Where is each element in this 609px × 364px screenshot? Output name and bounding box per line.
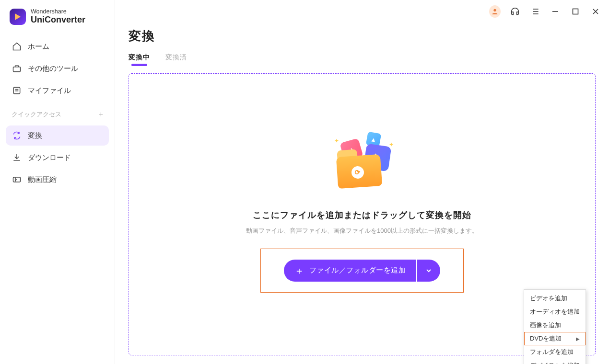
- list-icon: [530, 7, 540, 16]
- add-files-dropdown-button[interactable]: [417, 260, 440, 282]
- add-button-label: ファイル／フォルダーを追加: [309, 266, 406, 275]
- add-files-button[interactable]: ＋ ファイル／フォルダーを追加: [284, 260, 416, 282]
- menu-item-add-from-device[interactable]: デバイスから追加: [524, 359, 586, 364]
- maximize-button[interactable]: [570, 6, 581, 17]
- add-quick-access-button[interactable]: +: [99, 110, 103, 119]
- close-button[interactable]: [590, 6, 601, 17]
- add-button-highlight: ＋ ファイル／フォルダーを追加: [260, 249, 464, 293]
- files-icon: [12, 85, 22, 96]
- svg-rect-0: [13, 67, 21, 72]
- sparkle-icon: ✦: [389, 141, 394, 148]
- tab-converting[interactable]: 変換中: [129, 53, 150, 65]
- download-icon: [12, 152, 22, 163]
- menu-item-label: デバイスから追加: [530, 361, 580, 364]
- convert-icon: [12, 130, 22, 141]
- svg-rect-4: [573, 9, 578, 14]
- maximize-icon: [572, 8, 579, 15]
- tabs: 変換中 変換済: [129, 53, 596, 65]
- toolbox-icon: [12, 63, 22, 74]
- minimize-icon: [551, 8, 559, 15]
- titlebar: [115, 0, 609, 19]
- menu-item-label: フォルダを追加: [530, 348, 574, 356]
- avatar-icon: [489, 5, 501, 18]
- tab-label: 変換済: [165, 53, 187, 61]
- quick-access-nav: 変換 ダウンロード 動画圧縮: [0, 123, 115, 193]
- compress-icon: [12, 174, 22, 185]
- quick-access-header: クイックアクセス +: [0, 103, 115, 123]
- sidebar-item-home[interactable]: ホーム: [6, 36, 109, 57]
- home-icon: [12, 41, 22, 52]
- submenu-arrow-icon: ▶: [576, 336, 580, 341]
- sidebar-item-convert[interactable]: 変換: [6, 125, 109, 146]
- sidebar-item-download[interactable]: ダウンロード: [6, 148, 109, 168]
- tab-label: 変換中: [129, 53, 150, 61]
- add-button-group: ＋ ファイル／フォルダーを追加: [284, 260, 440, 282]
- account-button[interactable]: [489, 6, 501, 17]
- sidebar-item-other-tools[interactable]: その他のツール: [6, 58, 109, 79]
- menu-item-add-dvd[interactable]: DVDを追加 ▶: [524, 332, 586, 345]
- dropzone-subtext: 動画ファイル、音声ファイル、画像ファイルを1000以上の形式に一括変換します。: [246, 227, 478, 235]
- sidebar-item-label: 変換: [28, 131, 42, 140]
- headset-icon: [510, 6, 520, 17]
- menu-item-label: DVDを追加: [530, 334, 562, 343]
- sidebar-nav: ホーム その他のツール マイファイル: [0, 34, 115, 103]
- sidebar-item-label: その他のツール: [28, 64, 78, 73]
- brand-company: Wondershare: [31, 9, 85, 15]
- sidebar-item-label: 動画圧縮: [28, 175, 57, 184]
- add-type-menu: ビデオを追加 オーディオを追加 画像を追加 DVDを追加 ▶ フォルダを追加 デ…: [524, 289, 586, 364]
- brand-product: UniConverter: [31, 15, 85, 25]
- tab-converted[interactable]: 変換済: [165, 53, 187, 65]
- menu-item-add-video[interactable]: ビデオを追加: [524, 292, 586, 305]
- logo-badge-icon: [10, 9, 26, 25]
- menu-item-label: オーディオを追加: [530, 307, 580, 316]
- sidebar: Wondershare UniConverter ホーム その他のツール: [0, 0, 115, 364]
- menu-item-label: ビデオを追加: [530, 294, 567, 303]
- sparkle-icon: ✦: [334, 137, 339, 144]
- sidebar-item-compress[interactable]: 動画圧縮: [6, 170, 109, 190]
- sidebar-item-label: ホーム: [28, 42, 49, 51]
- menu-item-label: 画像を追加: [530, 321, 561, 330]
- dropzone-illustration: ✦ ▲ ♪ ⟳ ✦: [333, 136, 391, 194]
- quick-access-label: クイックアクセス: [12, 110, 61, 119]
- sidebar-item-label: ダウンロード: [28, 153, 71, 162]
- plus-icon: ＋: [294, 266, 304, 275]
- menu-item-add-folder[interactable]: フォルダを追加: [524, 345, 586, 359]
- svg-point-3: [493, 9, 496, 11]
- sidebar-item-my-files[interactable]: マイファイル: [6, 80, 109, 101]
- page-title: 変換: [129, 28, 596, 45]
- dropzone-headline: ここにファイルを追加またはドラッグして変換を開始: [253, 209, 471, 221]
- support-button[interactable]: [509, 6, 521, 17]
- app-logo: Wondershare UniConverter: [0, 7, 115, 34]
- menu-item-add-audio[interactable]: オーディオを追加: [524, 305, 586, 318]
- sidebar-item-label: マイファイル: [28, 86, 71, 95]
- svg-rect-1: [13, 87, 20, 93]
- menu-item-add-image[interactable]: 画像を追加: [524, 318, 586, 332]
- close-icon: [592, 8, 599, 15]
- main-area: 変換 変換中 変換済 ✦ ▲ ♪ ⟳ ✦: [115, 0, 609, 364]
- minimize-button[interactable]: [550, 6, 561, 17]
- logo-text: Wondershare UniConverter: [31, 9, 85, 25]
- menu-button[interactable]: [529, 6, 541, 17]
- chevron-down-icon: [425, 267, 432, 274]
